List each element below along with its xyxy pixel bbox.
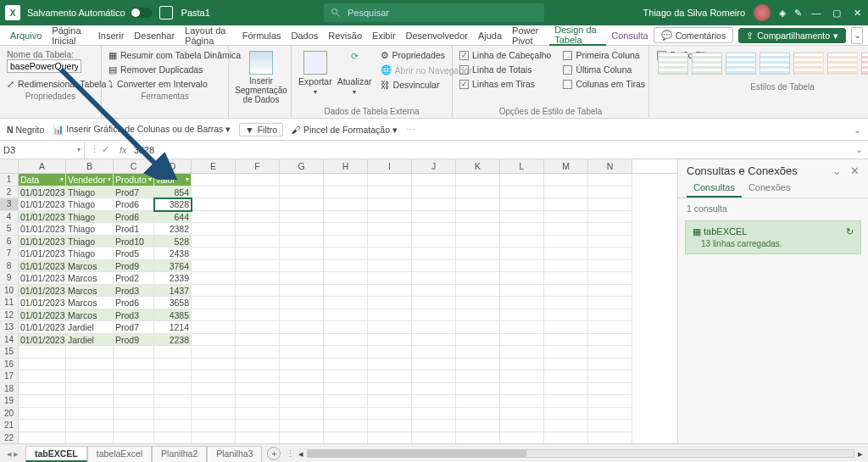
cell[interactable] — [66, 432, 114, 444]
cell[interactable] — [236, 248, 280, 260]
cell[interactable] — [236, 297, 280, 309]
cell[interactable] — [114, 346, 154, 359]
banded-cols-check[interactable]: Colunas em Tiras — [563, 78, 645, 90]
cell[interactable] — [500, 223, 544, 236]
cell[interactable] — [280, 174, 324, 186]
cell[interactable] — [280, 395, 324, 408]
cell[interactable] — [368, 321, 412, 334]
cell[interactable] — [114, 432, 154, 444]
cell[interactable] — [368, 285, 412, 298]
cell[interactable]: 01/01/2023 — [19, 321, 66, 334]
cell[interactable] — [192, 309, 236, 322]
formula-value[interactable]: 3828 — [134, 145, 154, 155]
cell[interactable] — [588, 285, 632, 298]
cell[interactable]: Prod2 — [114, 272, 154, 285]
cell[interactable] — [192, 408, 236, 420]
tab-pagina-inicial[interactable]: Página Inicial — [47, 25, 92, 46]
cell[interactable] — [114, 395, 154, 408]
cell[interactable] — [368, 236, 412, 248]
cell[interactable] — [544, 420, 588, 432]
cell[interactable] — [588, 408, 632, 420]
autosave-toggle[interactable] — [131, 8, 153, 18]
tab-exibir[interactable]: Exibir — [367, 25, 401, 46]
cell[interactable] — [412, 272, 456, 285]
col-header-A[interactable]: A — [19, 159, 66, 173]
cell[interactable] — [588, 236, 632, 248]
cell[interactable] — [66, 420, 114, 432]
cell[interactable] — [236, 420, 280, 432]
cell[interactable] — [114, 420, 154, 432]
cell[interactable] — [66, 359, 114, 371]
cell[interactable]: 2438 — [154, 248, 192, 260]
cell[interactable] — [19, 383, 66, 396]
row-header[interactable]: 13 — [0, 321, 19, 334]
cell[interactable]: Thiago — [66, 186, 114, 199]
cell[interactable]: 3828 — [154, 198, 192, 211]
cell[interactable] — [412, 260, 456, 273]
cell[interactable]: 01/01/2023 — [19, 211, 66, 224]
row-header[interactable]: 20 — [0, 408, 19, 420]
cell[interactable] — [192, 297, 236, 309]
cell[interactable] — [456, 297, 500, 309]
cell[interactable] — [19, 370, 66, 383]
cell[interactable] — [500, 395, 544, 408]
cell[interactable] — [280, 432, 324, 444]
sheet-nav-next-icon[interactable]: ▸ — [14, 448, 19, 459]
cell[interactable] — [192, 383, 236, 396]
cell[interactable] — [412, 174, 456, 186]
cell[interactable] — [154, 432, 192, 444]
panel-options-icon[interactable]: ⌄ — [832, 164, 842, 177]
cell[interactable] — [588, 420, 632, 432]
cell[interactable]: 01/01/2023 — [19, 272, 66, 285]
insert-slicer-button[interactable]: Inserir Segmentação de Dados — [236, 49, 287, 104]
table-style-5[interactable] — [793, 53, 824, 75]
cell[interactable]: Thiago — [66, 211, 114, 224]
cell[interactable] — [544, 346, 588, 359]
sheet-nav-prev-icon[interactable]: ◂ — [7, 448, 12, 459]
cell[interactable] — [192, 432, 236, 444]
share-button[interactable]: ⇪ Compartilhamento ▾ — [738, 28, 846, 43]
table-style-6[interactable] — [827, 53, 858, 75]
insert-chart-button[interactable]: 📊 Inserir Gráfico de Colunas ou de Barra… — [53, 124, 231, 135]
cell[interactable] — [280, 359, 324, 371]
cell[interactable] — [192, 321, 236, 334]
cell[interactable] — [456, 309, 500, 322]
cell[interactable] — [456, 248, 500, 260]
cell[interactable] — [324, 285, 368, 298]
cell[interactable]: Marcos — [66, 309, 114, 322]
cell[interactable] — [544, 248, 588, 260]
select-all-corner[interactable] — [0, 159, 19, 173]
col-header-G[interactable]: G — [280, 159, 324, 173]
tab-desenvolvedor[interactable]: Desenvolvedor — [401, 25, 473, 46]
cell[interactable] — [456, 321, 500, 334]
cell[interactable] — [236, 408, 280, 420]
cell[interactable] — [412, 248, 456, 260]
cell[interactable] — [368, 395, 412, 408]
cell[interactable] — [324, 346, 368, 359]
row-header[interactable]: 9 — [0, 272, 19, 285]
cell[interactable] — [500, 174, 544, 186]
cell[interactable] — [544, 321, 588, 334]
sheet-tab-planilha3[interactable]: Planilha3 — [207, 446, 262, 462]
cell[interactable] — [114, 383, 154, 396]
cell[interactable] — [544, 272, 588, 285]
sheet-tab-tabelaexcel[interactable]: tabelaExcel — [87, 446, 152, 462]
cell[interactable] — [66, 346, 114, 359]
cell[interactable]: 01/01/2023 — [19, 285, 66, 298]
cell[interactable] — [154, 408, 192, 420]
formula-buttons[interactable]: ⋮ ✓ — [85, 144, 114, 155]
cell[interactable] — [280, 285, 324, 298]
cell[interactable] — [324, 408, 368, 420]
cell[interactable] — [324, 186, 368, 199]
cell[interactable]: Prod7 — [114, 186, 154, 199]
export-button[interactable]: Exportar▾ — [298, 49, 332, 105]
hscroll-right-icon[interactable]: ▸ — [858, 448, 863, 459]
cell[interactable] — [368, 408, 412, 420]
col-header-H[interactable]: H — [324, 159, 368, 173]
cell[interactable] — [192, 420, 236, 432]
cell[interactable] — [588, 370, 632, 383]
row-header[interactable]: 12 — [0, 309, 19, 322]
table-header-vendedor[interactable]: Vendedor▾ — [66, 174, 114, 186]
cell[interactable]: 644 — [154, 211, 192, 224]
cell[interactable] — [19, 408, 66, 420]
